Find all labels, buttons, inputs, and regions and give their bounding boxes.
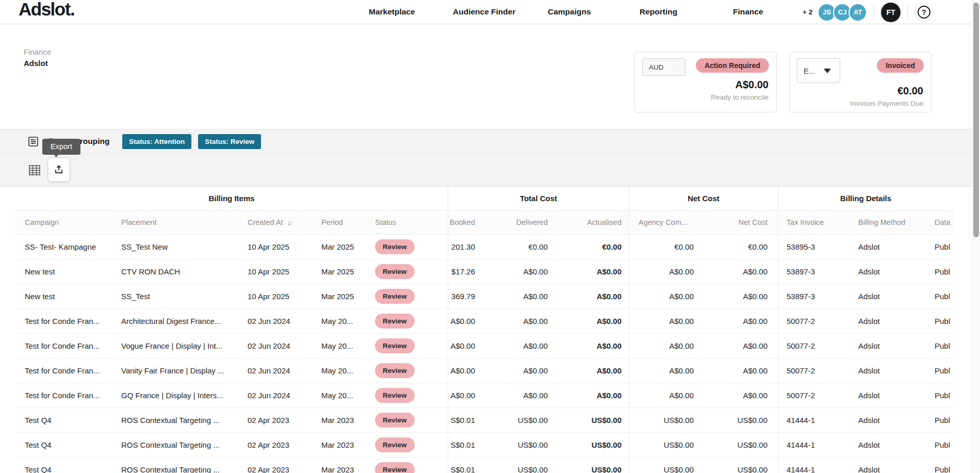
table-row[interactable]: New testCTV RON DACH10 Apr 2025Mar 2025R… (15, 259, 953, 284)
column-header-created[interactable]: Created At↓↑ (248, 210, 321, 234)
card-amount: €0.00 (897, 85, 923, 97)
cell-text: €0.00 (528, 242, 548, 251)
help-button[interactable]: ? (914, 3, 933, 22)
cell-text: Publ (935, 341, 950, 350)
column-header-booked[interactable]: Booked (448, 210, 475, 234)
cell-text: Mar 2023 (321, 465, 354, 473)
cell-text: Adslot (858, 441, 880, 449)
table-row[interactable]: New testSS_Test10 Apr 2025Mar 2025Review… (15, 284, 953, 309)
cell-created: 02 Jun 2024 (248, 383, 321, 407)
cell-actualised: A$0.00 (548, 334, 629, 358)
table-row[interactable]: Test for Conde Fran...Vanity Fair France… (15, 358, 953, 383)
cell-placement: Vogue France | Display | Int... (121, 334, 248, 358)
cell-campaign: Test for Conde Fran... (15, 358, 121, 383)
cell-text: 02 Apr 2023 (248, 416, 289, 425)
sort-icon[interactable]: ↓↑ (288, 219, 292, 226)
column-label: Delivered (516, 218, 548, 226)
cell-tax: 50077-2 (778, 309, 851, 333)
cell-text: A$0.00 (523, 366, 548, 375)
cell-campaign: SS- Test- Kampagne (15, 235, 121, 259)
scrollbar-thumb[interactable] (973, 3, 979, 237)
cell-agency: A$0.00 (629, 284, 701, 308)
currency-dropdown[interactable]: E... (797, 58, 840, 83)
cell-text: Vogue France | Display | Int... (121, 341, 222, 350)
column-header-campaign[interactable]: Campaign (15, 210, 121, 234)
cell-text: 41444-1 (787, 416, 815, 425)
card-amount: A$0.00 (736, 79, 769, 91)
filter-chip-status-review[interactable]: Status: Review (198, 134, 261, 149)
cell-text: 02 Jun 2024 (248, 341, 290, 350)
cell-text: €0.00 (748, 242, 767, 251)
nav-right-cluster: + 2 JS CJ AT FT ? (803, 0, 933, 24)
status-badge: Review (375, 363, 415, 378)
export-button[interactable] (48, 158, 70, 182)
cell-text: Test for Conde Fran... (25, 366, 100, 375)
cell-agency: A$0.00 (629, 334, 701, 358)
column-header-agency[interactable]: Agency Com... (629, 210, 701, 234)
column-header-method[interactable]: Billing Method (851, 210, 928, 234)
cell-agency: US$0.00 (629, 408, 701, 432)
column-settings-button[interactable] (27, 161, 42, 179)
cell-period: Mar 2025 (321, 259, 375, 284)
column-header-tax[interactable]: Tax Invoice (778, 210, 851, 234)
cell-method: Adslot (851, 433, 928, 457)
cell-placement: SS_Test New (121, 235, 248, 259)
column-header-placement[interactable]: Placement (121, 210, 248, 234)
filter-chip-status-attention[interactable]: Status: Attention (122, 134, 191, 149)
table-row[interactable]: SS- Test- KampagneSS_Test New10 Apr 2025… (15, 235, 953, 259)
nav-item-marketplace[interactable]: Marketplace (369, 0, 415, 24)
cell-actualised: A$0.00 (548, 309, 629, 333)
status-badge: Action Required (696, 58, 769, 73)
cell-period: Mar 2023 (321, 433, 375, 457)
nav-item-campaigns[interactable]: Campaigns (548, 0, 591, 24)
divider (0, 153, 972, 154)
nav-item-audience-finder[interactable]: Audience Finder (453, 0, 515, 24)
cell-delivered: A$0.00 (475, 383, 548, 407)
avatar[interactable]: AT (848, 3, 867, 22)
cell-text: US$0.00 (664, 465, 694, 473)
table-row[interactable]: Test Q4ROS Contextual Targeting ...02 Ap… (15, 408, 953, 433)
column-header-delivered[interactable]: Delivered (475, 210, 548, 234)
column-label: Created At (248, 218, 283, 226)
table-row[interactable]: Test for Conde Fran...GQ France | Displa… (15, 383, 953, 408)
currency-dropdown-value: E... (804, 67, 815, 75)
adslot-logo[interactable]: Adslot. (19, 0, 74, 20)
column-label: Actualised (587, 218, 622, 226)
cell-delivered: A$0.00 (475, 309, 548, 333)
column-header-actualised[interactable]: Actualised (548, 210, 629, 234)
table-row[interactable]: Test for Conde Fran...Architectural Dige… (15, 309, 953, 334)
table-row[interactable]: Test Q4ROS Contextual Targeting ...02 Ap… (15, 458, 953, 473)
nav-item-finance[interactable]: Finance (733, 0, 763, 24)
cell-text: A$0.00 (669, 292, 694, 301)
cell-text: A$0.00 (669, 317, 694, 325)
column-header-period[interactable]: Period (321, 210, 375, 234)
table-row[interactable]: Test Q4ROS Contextual Targeting ...02 Ap… (15, 433, 953, 458)
cell-delivered: US$0.00 (475, 408, 548, 432)
cell-text: Test Q4 (25, 441, 52, 449)
column-header-data[interactable]: Data (928, 210, 953, 234)
cell-text: CTV RON DACH (121, 267, 180, 276)
cell-text: 201.30 (451, 242, 475, 251)
cell-delivered: US$0.00 (475, 433, 548, 457)
cell-text: Adslot (858, 391, 880, 400)
table-group-header: Billing Items Total Cost Net Cost Billin… (15, 187, 953, 210)
cell-text: A$0.00 (743, 391, 767, 400)
cell-text: 10 Apr 2025 (248, 242, 289, 251)
currency-label: AUD (642, 58, 685, 76)
cell-tax: 50077-2 (778, 334, 851, 358)
cell-text: A$0.00 (450, 317, 475, 325)
nav-item-reporting[interactable]: Reporting (640, 0, 677, 24)
cell-method: Adslot (851, 235, 928, 259)
avatar-overflow-count[interactable]: + 2 (803, 8, 812, 16)
filter-grouping-icon (28, 137, 38, 146)
user-avatar[interactable]: FT (881, 3, 901, 22)
status-badge: Review (375, 462, 415, 473)
cell-text: 50077-2 (787, 317, 815, 325)
cell-text: A$0.00 (450, 391, 475, 400)
cell-net: A$0.00 (701, 259, 778, 284)
cell-method: Adslot (851, 284, 928, 308)
cell-tax: 53897-3 (778, 284, 851, 308)
column-header-net[interactable]: Net Cost (701, 210, 778, 234)
table-row[interactable]: Test for Conde Fran...Vogue France | Dis… (15, 334, 953, 358)
column-header-status[interactable]: Status (375, 210, 448, 234)
